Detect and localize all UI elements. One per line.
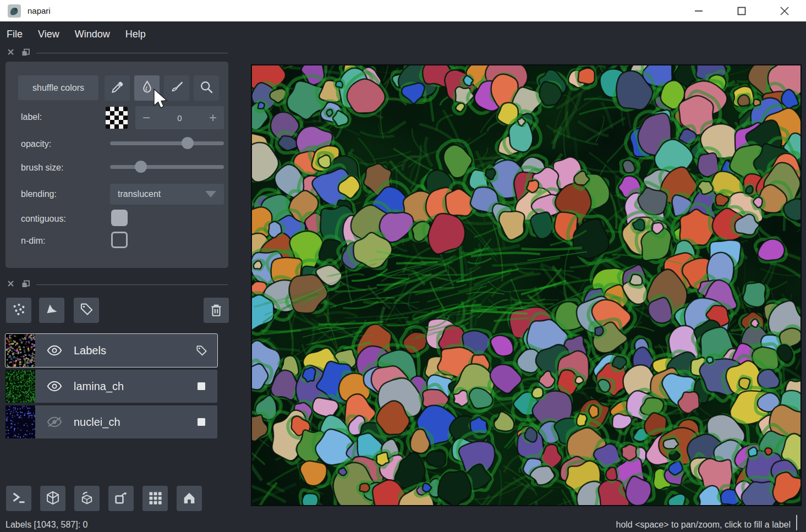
roll-icon [79, 490, 95, 507]
shapes-icon [45, 302, 59, 319]
layer-thumbnail [6, 405, 35, 438]
points-icon [12, 302, 26, 319]
paintbrush-tool-button[interactable] [164, 75, 189, 101]
blending-value: translucent [118, 189, 161, 199]
ndim-checkbox[interactable] [111, 232, 128, 248]
layer-row-lamina_ch[interactable]: lamina_ch [6, 370, 217, 403]
brush-size-slider-track[interactable] [110, 165, 224, 169]
cube-icon [45, 490, 61, 507]
status-bar: Labels [1043, 587]: 0 hold <space> to pa… [0, 513, 806, 532]
maximize-button[interactable] [720, 0, 763, 21]
dock-divider [36, 284, 228, 285]
console-button[interactable] [6, 486, 31, 511]
image-layer-icon [185, 418, 217, 426]
console-icon [11, 490, 26, 507]
float-dock-icon[interactable] [21, 48, 30, 57]
grid-icon [147, 490, 163, 507]
layer-name[interactable]: Labels [74, 344, 185, 357]
menu-file[interactable]: File [7, 29, 23, 40]
opacity-slider-track[interactable] [110, 141, 224, 145]
menubar: File View Window Help [0, 21, 806, 47]
close-button[interactable] [763, 0, 806, 21]
window-controls [677, 0, 806, 21]
opacity-slider-handle[interactable] [182, 137, 194, 149]
toggle-ndisplay-button[interactable] [40, 486, 65, 511]
napari-logo-icon [8, 4, 21, 18]
layer-thumbnail [6, 370, 35, 403]
float-dock-icon[interactable] [21, 280, 30, 288]
fill-bucket-tool-button[interactable] [134, 75, 160, 101]
napari-window: napari File View Window Help shuffle col… [0, 0, 806, 532]
eye-icon[interactable] [35, 380, 74, 392]
tag-small-icon [185, 344, 217, 357]
pick-color-tool-button[interactable] [105, 75, 130, 101]
layer-row-labels[interactable]: Labels [6, 334, 217, 367]
contiguous-checkbox[interactable] [111, 210, 128, 226]
new-points-layer-button[interactable] [6, 298, 31, 323]
eyedropper-icon [110, 80, 125, 96]
paintbrush-icon [169, 80, 184, 96]
opacity-slider[interactable] [110, 137, 224, 149]
home-icon [182, 490, 197, 507]
label-color-swatch[interactable] [106, 107, 128, 129]
close-dock-icon[interactable] [7, 280, 15, 288]
shuffle-colors-button[interactable]: shuffle colors [18, 75, 98, 100]
transpose-dimensions-button[interactable] [108, 486, 134, 511]
dock-divider [36, 53, 228, 53]
layer-row-nuclei_ch[interactable]: nuclei_ch [6, 405, 217, 438]
image-layer-icon [185, 382, 217, 391]
pan-zoom-tool-button[interactable] [194, 75, 219, 101]
chevron-down-icon [205, 191, 216, 198]
tag-icon [79, 302, 94, 319]
menu-view[interactable]: View [38, 29, 59, 40]
menu-window[interactable]: Window [75, 29, 110, 40]
layer-controls-panel: shuffle colors label: − 0 + opacity: bru… [6, 62, 228, 268]
label-value[interactable]: 0 [177, 113, 182, 123]
cursor-coordinates-status: Labels [1043, 587]: 0 [6, 520, 87, 530]
decrement-button[interactable]: − [142, 111, 150, 124]
dock-header-controls [0, 48, 237, 58]
opacity-label: opacity: [21, 139, 51, 149]
layer-name[interactable]: lamina_ch [74, 380, 185, 393]
layer-name[interactable]: nuclei_ch [74, 416, 185, 429]
roll-dimensions-button[interactable] [74, 486, 100, 511]
new-labels-layer-button[interactable] [74, 298, 99, 323]
droplet-icon [140, 80, 155, 96]
menu-help[interactable]: Help [125, 29, 146, 40]
increment-button[interactable]: + [209, 111, 217, 124]
blending-dropdown[interactable]: translucent [110, 184, 224, 205]
magnifier-icon [199, 80, 214, 96]
contiguous-label: contiguous: [21, 214, 66, 224]
new-shapes-layer-button[interactable] [39, 298, 64, 323]
brush-size-label: brush size: [21, 163, 63, 173]
home-reset-view-button[interactable] [177, 486, 202, 511]
titlebar: napari [0, 0, 806, 21]
label-field-label: label: [21, 112, 42, 122]
eye-icon[interactable] [35, 344, 74, 357]
dock-header-layers [0, 280, 237, 290]
brush-size-slider-handle[interactable] [135, 161, 147, 173]
segmentation-image[interactable] [252, 65, 800, 505]
label-spinbox: − 0 + [135, 106, 224, 129]
viewer-canvas-area[interactable] [251, 64, 802, 506]
eye-slash-icon[interactable] [35, 416, 74, 428]
grid-view-button[interactable] [142, 486, 168, 511]
layer-thumbnail [6, 334, 35, 367]
transpose-icon [113, 490, 129, 507]
window-title: napari [28, 6, 51, 15]
brush-size-slider[interactable] [110, 161, 224, 173]
resize-grip[interactable] [796, 515, 797, 530]
minimize-button[interactable] [677, 0, 720, 21]
ndim-label: n-dim: [21, 236, 45, 246]
help-hint-status: hold <space> to pan/zoom, click to fill … [616, 520, 791, 530]
blending-label: blending: [21, 189, 57, 199]
delete-layer-button[interactable] [204, 298, 229, 323]
close-dock-icon[interactable] [7, 48, 15, 56]
